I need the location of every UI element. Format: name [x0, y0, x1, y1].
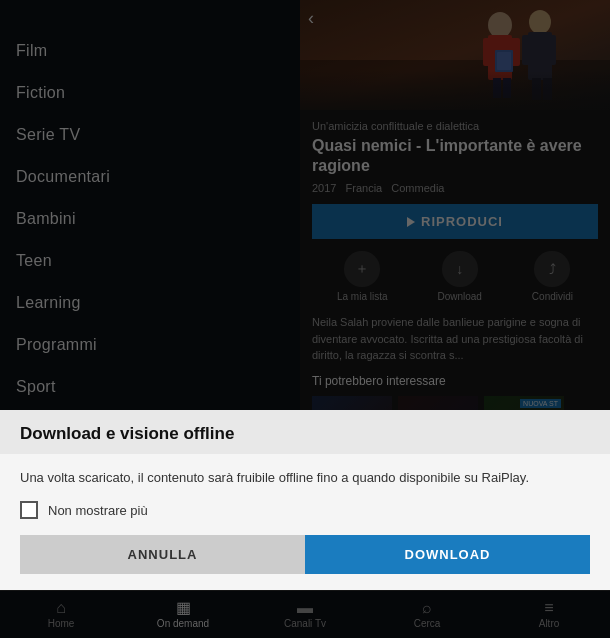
modal-body: Una volta scaricato, il contenuto sarà f…: [0, 454, 610, 591]
dont-show-checkbox[interactable]: [20, 501, 38, 519]
modal-overlay[interactable]: Download e visione offline Una volta sca…: [0, 0, 610, 638]
modal-description: Una volta scaricato, il contenuto sarà f…: [20, 468, 590, 488]
modal-buttons: ANNULLA DOWNLOAD: [20, 535, 590, 574]
modal-title: Download e visione offline: [20, 424, 590, 444]
checkbox-label: Non mostrare più: [48, 503, 148, 518]
download-modal: Download e visione offline Una volta sca…: [0, 410, 610, 591]
checkbox-row: Non mostrare più: [20, 501, 590, 519]
modal-header: Download e visione offline: [0, 410, 610, 454]
download-confirm-button[interactable]: DOWNLOAD: [305, 535, 590, 574]
cancel-button[interactable]: ANNULLA: [20, 535, 305, 574]
